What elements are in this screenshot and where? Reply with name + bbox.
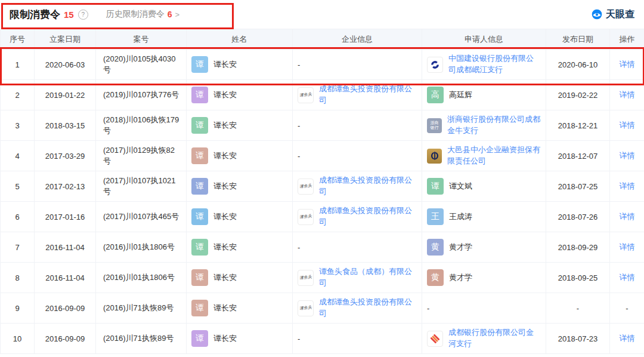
applicant-entity: 浙商银行浙商银行股份有限公司成都金牛支行 xyxy=(427,114,541,137)
company-entity: 谭鱼头成都谭鱼头投资股份有限公司 xyxy=(298,205,417,228)
detail-link[interactable]: 详情 xyxy=(620,151,635,160)
applicant-avatar: 黄 xyxy=(427,239,444,256)
person-name-cell: 谭谭长安 xyxy=(187,110,293,141)
applicant-link[interactable]: 中国建设银行股份有限公司成都岷江支行 xyxy=(448,53,541,76)
table-row-2: 22019-01-22(2019)川0107执776号谭谭长安谭鱼头成都谭鱼头投… xyxy=(1,80,644,110)
applicant-cell: 高高廷辉 xyxy=(422,80,546,110)
company-link[interactable]: 成都谭鱼头投资股份有限公司 xyxy=(319,175,414,198)
history-restriction-link[interactable]: 历史限制消费令 6 > xyxy=(106,9,179,20)
person-name: 谭长安 xyxy=(213,272,237,284)
detail-link[interactable]: 详情 xyxy=(620,60,635,69)
case-number: (2017)川0107执465号 xyxy=(96,202,187,232)
table-row-7: 72016-11-04(2016)川01执1806号谭谭长安-黄黄才学2018-… xyxy=(1,232,644,263)
row-index: 1 xyxy=(1,50,35,80)
case-number: (2019)川0107执776号 xyxy=(96,80,187,110)
person-name-cell: 谭谭长安 xyxy=(187,324,293,354)
company-link[interactable]: 谭鱼头食品（成都）有限公司 xyxy=(319,266,414,289)
applicant-avatar: 高 xyxy=(427,87,444,103)
person-name: 谭长安 xyxy=(213,90,237,101)
help-icon[interactable]: ? xyxy=(78,10,88,20)
person-name-cell: 谭谭长安 xyxy=(187,202,293,232)
person-name: 谭长安 xyxy=(213,242,237,253)
ccb-logo xyxy=(427,57,443,73)
applicant-cell: 黄黄才学 xyxy=(422,263,546,293)
column-header-0: 序号 xyxy=(1,29,35,50)
applicant-link[interactable]: 大邑县中小企业融资担保有限责任公司 xyxy=(447,144,541,167)
table-row-4: 42017-03-29(2017)川0129执恢82号谭谭长安-大邑县中小企业融… xyxy=(1,141,644,171)
person-avatar: 谭 xyxy=(191,87,208,103)
table-row-3: 32018-03-15(2018)川0106执恢179号谭谭长安-浙商银行浙商银… xyxy=(1,110,644,141)
person-entity: 谭谭长安 xyxy=(191,117,287,134)
company-link[interactable]: 成都谭鱼头投资股份有限公司 xyxy=(319,297,414,319)
filing-date: 2016-11-04 xyxy=(35,263,96,293)
table-row-1: 12020-06-03(2020)川0105执4030号谭谭长安-中国建设银行股… xyxy=(1,50,644,80)
filing-date: 2016-09-09 xyxy=(35,324,96,354)
publish-date: 2018-09-25 xyxy=(546,263,610,293)
applicant-entity: 谭谭文斌 xyxy=(427,178,541,195)
applicant-entity: 大邑县中小企业融资担保有限责任公司 xyxy=(427,144,541,167)
detail-link[interactable]: 详情 xyxy=(620,90,635,99)
publish-date: 2018-07-23 xyxy=(546,324,610,354)
restriction-count: 15 xyxy=(64,10,74,20)
person-avatar: 谭 xyxy=(191,178,208,195)
action-cell: 详情 xyxy=(610,202,644,232)
applicant-cell: 成都银行股份有限公司金河支行 xyxy=(422,324,546,354)
person-avatar: 谭 xyxy=(191,300,208,316)
action-cell: 详情 xyxy=(610,232,644,263)
detail-link[interactable]: 详情 xyxy=(620,273,635,282)
person-name: 谭长安 xyxy=(213,181,237,192)
applicant-cell: 大邑县中小企业融资担保有限责任公司 xyxy=(422,141,546,171)
publish-date: 2019-02-22 xyxy=(546,80,610,110)
person-entity: 谭谭长安 xyxy=(191,178,287,195)
publish-date: - xyxy=(546,293,610,324)
company-cell: - xyxy=(293,50,422,80)
applicant-avatar: 王 xyxy=(427,208,444,225)
action-cell: 详情 xyxy=(610,80,644,110)
applicant-entity: 黄黄才学 xyxy=(427,239,541,256)
company-link[interactable]: 成都谭鱼头投资股份有限公司 xyxy=(319,84,414,106)
restriction-orders-table: 序号立案日期案号姓名企业信息申请人信息发布日期操作 12020-06-03(20… xyxy=(0,29,644,354)
column-header-4: 企业信息 xyxy=(293,29,422,50)
person-name-cell: 谭谭长安 xyxy=(187,141,293,171)
applicant-cell: 黄黄才学 xyxy=(422,232,546,263)
company-cell: - xyxy=(293,110,422,141)
company-entity: 谭鱼头成都谭鱼头投资股份有限公司 xyxy=(298,175,417,198)
applicant-entity: 王王成涛 xyxy=(427,208,541,225)
table-header-row: 序号立案日期案号姓名企业信息申请人信息发布日期操作 xyxy=(1,29,644,50)
person-entity: 谭谭长安 xyxy=(191,208,287,225)
publish-date: 2018-12-21 xyxy=(546,110,610,141)
tanyutou-logo: 谭鱼头 xyxy=(298,270,314,286)
person-avatar: 谭 xyxy=(191,239,208,256)
chengdu-logo xyxy=(427,331,443,347)
dayi-logo xyxy=(427,149,442,164)
applicant-cell: 中国建设银行股份有限公司成都岷江支行 xyxy=(422,50,546,80)
detail-link[interactable]: 详情 xyxy=(620,334,635,343)
filing-date: 2019-01-22 xyxy=(35,80,96,110)
detail-link[interactable]: 详情 xyxy=(620,242,635,251)
company-entity: 谭鱼头成都谭鱼头投资股份有限公司 xyxy=(298,84,417,106)
applicant-name: 谭文斌 xyxy=(449,181,472,192)
case-number: (2018)川0106执恢179号 xyxy=(96,110,187,141)
history-label: 历史限制消费令 xyxy=(106,9,165,20)
publish-date: 2018-12-07 xyxy=(546,141,610,171)
tanyutou-logo: 谭鱼头 xyxy=(298,209,314,225)
detail-link[interactable]: 详情 xyxy=(620,121,635,130)
person-entity: 谭谭长安 xyxy=(191,56,287,73)
tanyutou-logo: 谭鱼头 xyxy=(298,300,314,316)
column-header-5: 申请人信息 xyxy=(422,29,546,50)
applicant-link[interactable]: 浙商银行股份有限公司成都金牛支行 xyxy=(447,114,541,137)
table-row-8: 82016-11-04(2016)川01执1806号谭谭长安谭鱼头谭鱼头食品（成… xyxy=(1,263,644,293)
company-link[interactable]: 成都谭鱼头投资股份有限公司 xyxy=(319,205,414,228)
person-avatar: 谭 xyxy=(191,330,208,347)
applicant-link[interactable]: 成都银行股份有限公司金河支行 xyxy=(448,327,541,350)
publish-date: 2020-06-10 xyxy=(546,50,610,80)
action-cell: 详情 xyxy=(610,263,644,293)
company-cell: - xyxy=(293,141,422,171)
detail-link[interactable]: 详情 xyxy=(620,212,635,221)
table-row-10: 102016-09-09(2016)川71执恢89号谭谭长安-成都银行股份有限公… xyxy=(1,324,644,354)
applicant-avatar: 谭 xyxy=(427,178,444,195)
applicant-avatar: 黄 xyxy=(427,269,444,286)
detail-link[interactable]: 详情 xyxy=(620,181,635,190)
applicant-name: 黄才学 xyxy=(449,242,472,253)
filing-date: 2018-03-15 xyxy=(35,110,96,141)
